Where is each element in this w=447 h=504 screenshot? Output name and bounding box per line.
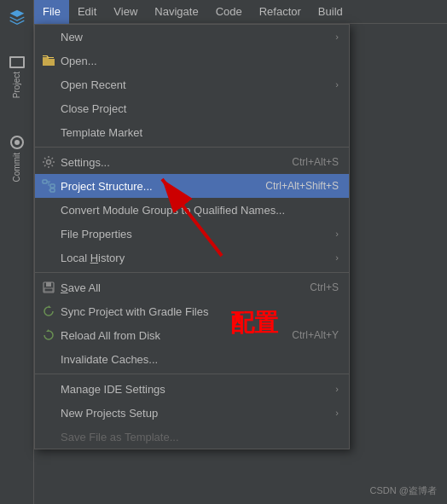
- menu-project-structure-label: Project Structure...: [61, 180, 231, 193]
- menu-new-projects-setup[interactable]: New Projects Setup ›: [35, 401, 349, 425]
- svg-marker-11: [46, 329, 49, 332]
- menu-local-history-arrow: ›: [335, 252, 339, 263]
- menu-convert-module-label: Convert Module Groups to Qualified Names…: [61, 204, 339, 217]
- menu-template-market[interactable]: Template Market: [35, 120, 349, 144]
- menu-navigate[interactable]: Navigate: [146, 0, 206, 24]
- menu-manage-ide-settings-label: Manage IDE Settings: [61, 383, 328, 396]
- separator-1: [35, 147, 349, 148]
- svg-rect-9: [44, 288, 53, 292]
- folder-icon: [40, 52, 57, 69]
- project-structure-icon: [40, 177, 57, 194]
- svg-marker-10: [49, 305, 51, 308]
- menu-open-recent-label: Open Recent: [61, 78, 328, 91]
- menu-invalidate-caches[interactable]: Invalidate Caches...: [35, 347, 349, 371]
- menu-file[interactable]: File: [34, 0, 69, 24]
- sync-icon: [40, 303, 57, 320]
- menu-open[interactable]: Open...: [35, 49, 349, 72]
- separator-3: [35, 374, 349, 374]
- menu-save-file-template-label: Save File as Template...: [61, 431, 339, 443]
- menu-save-file-template[interactable]: Save File as Template...: [35, 425, 349, 449]
- save-icon: [40, 279, 57, 296]
- menu-project-structure[interactable]: Project Structure... Ctrl+Alt+Shift+S: [35, 174, 349, 198]
- menu-project-structure-shortcut: Ctrl+Alt+Shift+S: [265, 180, 339, 192]
- menu-file-properties-label: File Properties: [61, 228, 328, 240]
- menu-template-market-label: Template Market: [61, 126, 339, 139]
- sidebar-item-commit[interactable]: Commit: [9, 130, 26, 187]
- menu-open-label: Open...: [61, 55, 339, 67]
- sidebar-label-commit: Commit: [12, 153, 21, 182]
- svg-rect-8: [46, 282, 51, 287]
- annotation-text: 配置: [230, 307, 278, 339]
- menu-new-arrow: ›: [335, 32, 339, 42]
- menu-sync-gradle-label: Sync Project with Gradle Files: [61, 305, 339, 318]
- menu-file-properties-arrow: ›: [335, 229, 339, 239]
- menu-settings-label: Settings...: [61, 156, 258, 169]
- menu-save-all-label: Save All: [61, 281, 276, 294]
- menu-code[interactable]: Code: [207, 0, 251, 24]
- menu-edit[interactable]: Edit: [69, 0, 105, 24]
- menu-new[interactable]: New ›: [35, 25, 349, 49]
- menu-bar: File Edit View Navigate Code Refactor Bu…: [34, 0, 447, 24]
- settings-icon: [40, 154, 57, 171]
- watermark: CSDN @盗博者: [370, 484, 437, 497]
- menu-close-project-label: Close Project: [61, 102, 339, 115]
- menu-local-history[interactable]: Local History ›: [35, 246, 349, 269]
- menu-convert-module[interactable]: Convert Module Groups to Qualified Names…: [35, 198, 349, 222]
- menu-new-label: New: [61, 31, 328, 43]
- menu-refactor[interactable]: Refactor: [251, 0, 310, 24]
- reload-icon: [40, 327, 57, 344]
- menu-invalidate-caches-label: Invalidate Caches...: [61, 353, 339, 366]
- menu-save-all[interactable]: Save All Ctrl+S: [35, 275, 349, 299]
- sidebar-item-project[interactable]: Project: [8, 51, 26, 103]
- menu-close-project[interactable]: Close Project: [35, 96, 349, 120]
- svg-rect-2: [50, 184, 55, 188]
- svg-rect-3: [50, 188, 55, 192]
- menu-reload-disk[interactable]: Reload All from Disk Ctrl+Alt+Y: [35, 323, 349, 347]
- menu-new-projects-setup-label: New Projects Setup: [61, 407, 328, 420]
- menu-reload-disk-shortcut: Ctrl+Alt+Y: [292, 329, 339, 341]
- menu-manage-ide-settings-arrow: ›: [335, 384, 339, 394]
- menu-open-recent[interactable]: Open Recent ›: [35, 72, 349, 96]
- menu-reload-disk-label: Reload All from Disk: [61, 329, 258, 342]
- menu-local-history-label: Local History: [61, 252, 328, 264]
- menu-settings-shortcut: Ctrl+Alt+S: [292, 156, 339, 168]
- file-dropdown-menu: New › Open... Open Recent › Close Projec…: [34, 24, 350, 449]
- svg-point-0: [47, 160, 51, 165]
- menu-manage-ide-settings[interactable]: Manage IDE Settings ›: [35, 377, 349, 401]
- app-logo: [2, 2, 32, 32]
- menu-new-projects-setup-arrow: ›: [335, 408, 339, 418]
- svg-rect-1: [43, 180, 47, 183]
- menu-open-recent-arrow: ›: [335, 79, 339, 90]
- menu-view[interactable]: View: [105, 0, 146, 24]
- menu-settings[interactable]: Settings... Ctrl+Alt+S: [35, 150, 349, 174]
- menu-sync-gradle[interactable]: Sync Project with Gradle Files: [35, 299, 349, 323]
- sidebar-label-project: Project: [12, 72, 21, 98]
- menu-save-all-shortcut: Ctrl+S: [310, 281, 339, 293]
- separator-2: [35, 272, 349, 273]
- menu-build[interactable]: Build: [310, 0, 351, 24]
- left-sidebar: Project Commit: [0, 0, 34, 504]
- menu-file-properties[interactable]: File Properties ›: [35, 222, 349, 246]
